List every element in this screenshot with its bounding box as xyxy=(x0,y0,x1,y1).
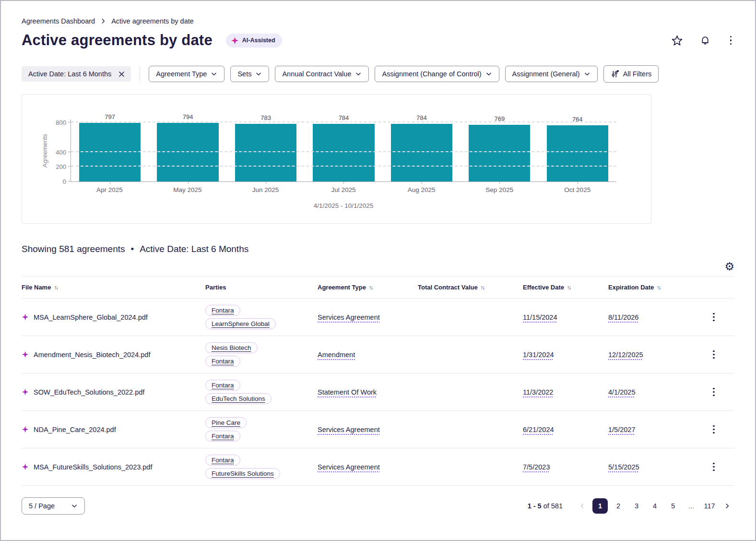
chart-bar[interactable] xyxy=(235,124,296,181)
file-name[interactable]: MSA_LearnSphere_Global_2024.pdf xyxy=(34,313,148,321)
party-pill[interactable]: Fontara xyxy=(205,305,240,316)
notifications-bell-icon[interactable] xyxy=(699,35,711,46)
chevron-down-icon xyxy=(485,71,492,77)
filter-divider xyxy=(140,66,140,82)
agreement-type-link[interactable]: Services Agreement xyxy=(318,463,380,471)
file-name-cell: SOW_EduTech_Solutions_2022.pdf xyxy=(22,388,205,396)
expiration-date-link[interactable]: 12/12/2025 xyxy=(608,351,643,359)
filter-bar: Active Date: Last 6 Months Agreement Typ… xyxy=(22,65,734,83)
file-name[interactable]: MSA_FutureSkills_Solutions_2023.pdf xyxy=(34,463,152,471)
summary-dot: • xyxy=(130,244,134,254)
table-settings-gear-icon[interactable]: ⚙ xyxy=(724,261,734,272)
row-actions-kebab-icon[interactable] xyxy=(710,348,718,362)
column-label: File Name xyxy=(22,284,51,291)
header-actions xyxy=(671,33,735,48)
column-label: Expiration Date xyxy=(608,284,654,291)
expiration-date-link[interactable]: 4/1/2025 xyxy=(608,388,635,396)
row-actions-kebab-icon[interactable] xyxy=(710,422,718,437)
results-summary: Showing 581 agreements • Active Date: La… xyxy=(22,244,734,254)
row-actions-kebab-icon[interactable] xyxy=(710,310,718,325)
party-pill[interactable]: Fontara xyxy=(205,380,240,391)
column-header-total-contract-value[interactable]: Total Contract Value↑↓ xyxy=(418,284,523,291)
party-pill[interactable]: Pine Care xyxy=(205,417,247,428)
party-pill[interactable]: Fontara xyxy=(205,431,240,442)
page-button-1[interactable]: 1 xyxy=(592,498,608,514)
page-button-117[interactable]: 117 xyxy=(702,498,717,514)
chart-bar[interactable] xyxy=(469,125,530,181)
ai-file-sparkle-icon xyxy=(22,388,29,396)
page-button-5[interactable]: 5 xyxy=(665,498,681,514)
effective-date-link[interactable]: 7/5/2023 xyxy=(523,463,550,471)
bar-value-label: 794 xyxy=(149,113,226,120)
row-actions-kebab-icon[interactable] xyxy=(710,385,718,399)
breadcrumb-parent-link[interactable]: Agreements Dashboard xyxy=(22,17,95,25)
file-name[interactable]: SOW_EduTech_Solutions_2022.pdf xyxy=(34,388,144,396)
party-pill[interactable]: Fontara xyxy=(205,356,240,367)
sort-icon: ↑↓ xyxy=(54,285,59,290)
x-tick-label: Apr 2025 xyxy=(71,186,149,193)
filter-assignment-general[interactable]: Assignment (General) xyxy=(505,66,598,82)
agreement-type-link[interactable]: Amendment xyxy=(318,351,355,359)
effective-date-link[interactable]: 6/21/2024 xyxy=(523,426,554,433)
page-button-4[interactable]: 4 xyxy=(647,498,662,514)
remove-filter-close-icon[interactable] xyxy=(118,71,125,78)
active-date-filter-chip[interactable]: Active Date: Last 6 Months xyxy=(22,66,131,82)
favorite-star-icon[interactable] xyxy=(671,35,683,47)
agreement-type-link[interactable]: Services Agreement xyxy=(318,426,380,433)
filter-agreement-type[interactable]: Agreement Type xyxy=(149,66,224,82)
party-pill[interactable]: Nesis Biotech xyxy=(205,342,258,353)
parties-cell: Fontara EduTech Solutions xyxy=(205,375,318,409)
sort-icon: ↑↓ xyxy=(481,285,485,290)
file-name[interactable]: Amendment_Nesis_Biotech_2024.pdf xyxy=(34,351,150,359)
parties-cell: Fontara FutureSkills Solutions xyxy=(205,450,318,484)
column-header-file-name[interactable]: File Name↑↓ xyxy=(22,284,205,291)
party-pill[interactable]: LearnSphere Global xyxy=(205,318,276,329)
filter-label: Assignment (General) xyxy=(512,70,580,78)
filter-label: Sets xyxy=(237,70,251,78)
expiration-date-link[interactable]: 8/11/2026 xyxy=(608,313,638,321)
column-header-agreement-type[interactable]: Agreement Type↑↓ xyxy=(318,284,418,291)
row-actions-kebab-icon[interactable] xyxy=(710,460,718,474)
page-button-3[interactable]: 3 xyxy=(629,498,644,514)
y-tick-mark xyxy=(68,122,71,122)
chart-bar[interactable] xyxy=(79,123,141,181)
bars: 797 794 783 784 784 769 764 xyxy=(71,120,616,181)
effective-date-link[interactable]: 11/15/2024 xyxy=(523,313,557,321)
header-more-kebab-icon[interactable] xyxy=(727,33,735,48)
chart-bar[interactable] xyxy=(313,124,374,181)
page-size-select[interactable]: 5 / Page xyxy=(22,497,85,515)
effective-date-link[interactable]: 11/3/2022 xyxy=(523,388,553,396)
sort-icon: ↑↓ xyxy=(567,285,572,290)
party-pill[interactable]: EduTech Solutions xyxy=(205,393,272,404)
effective-date-link[interactable]: 1/31/2024 xyxy=(523,351,554,359)
filter-annual-contract-value[interactable]: Annual Contract Value xyxy=(275,66,369,82)
agreement-type-link[interactable]: Services Agreement xyxy=(318,313,380,321)
page-button-2[interactable]: 2 xyxy=(611,498,626,514)
chart-bar[interactable] xyxy=(157,123,218,181)
agreement-type-link[interactable]: Statement Of Work xyxy=(318,388,377,396)
chart-bar[interactable] xyxy=(391,124,452,181)
file-name[interactable]: NDA_Pine_Care_2024.pdf xyxy=(34,426,116,433)
x-tick-label: May 2025 xyxy=(149,186,227,193)
chart-bar[interactable] xyxy=(547,125,608,181)
expiration-date-link[interactable]: 5/15/2025 xyxy=(608,463,639,471)
filter-assignment-change-of-control[interactable]: Assignment (Change of Control) xyxy=(375,66,499,82)
ai-file-sparkle-icon xyxy=(22,426,29,433)
previous-page-chevron-icon[interactable] xyxy=(575,501,590,511)
agreements-bar-chart-card: Agreements 797 794 783 784 784 769 764 0… xyxy=(22,94,651,224)
bar-group: 797 xyxy=(71,120,149,181)
party-pill[interactable]: Fontara xyxy=(205,455,240,466)
parties-cell: Pine Care Fontara xyxy=(205,412,318,446)
filter-sets[interactable]: Sets xyxy=(230,66,269,82)
expiration-date-link[interactable]: 1/5/2027 xyxy=(608,426,635,433)
plot-area: 797 794 783 784 784 769 764 0200400800 xyxy=(71,120,616,182)
party-pill[interactable]: FutureSkills Solutions xyxy=(205,468,280,479)
file-name-cell: NDA_Pine_Care_2024.pdf xyxy=(22,426,205,433)
breadcrumb-current: Active agreements by date xyxy=(111,17,194,25)
gridline xyxy=(71,121,616,122)
column-header-effective-date[interactable]: Effective Date↑↓ xyxy=(523,284,608,291)
all-filters-button[interactable]: All Filters xyxy=(603,65,659,83)
next-page-chevron-icon[interactable] xyxy=(720,501,734,511)
bar-group: 784 xyxy=(383,120,461,181)
column-header-expiration-date[interactable]: Expiration Date↑↓ xyxy=(608,284,693,291)
